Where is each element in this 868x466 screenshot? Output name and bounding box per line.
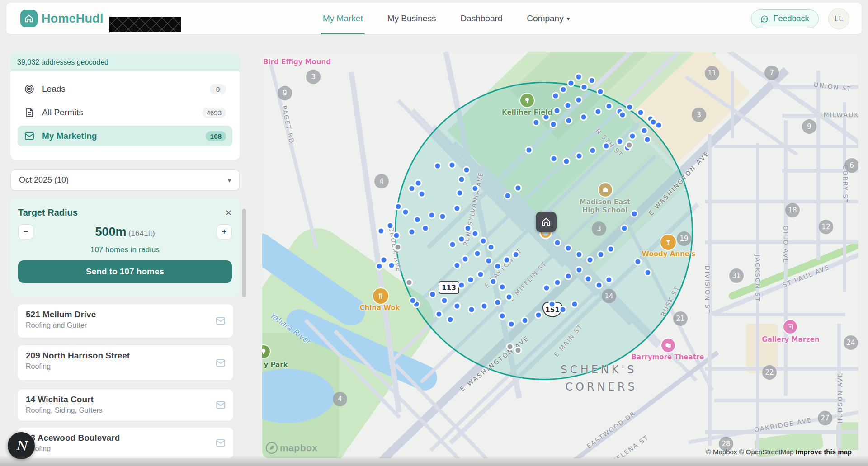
home-dot[interactable] — [597, 88, 604, 96]
sidebar-item-all-permits[interactable]: All Permits 4693 — [18, 102, 232, 123]
home-dot[interactable] — [472, 230, 479, 238]
feedback-button[interactable]: Feedback — [751, 9, 819, 28]
home-dot[interactable] — [408, 185, 416, 193]
home-dot[interactable] — [588, 77, 596, 85]
month-select[interactable]: Oct 2025 (10) ▾ — [10, 169, 240, 191]
nav-my-market[interactable]: My Market — [323, 3, 363, 34]
home-dot[interactable] — [499, 312, 506, 320]
home-dot[interactable] — [439, 213, 447, 221]
app-logo[interactable]: HomeHudl — [20, 10, 104, 27]
home-dot[interactable] — [503, 256, 511, 264]
home-dot[interactable] — [553, 107, 561, 115]
home-dot[interactable] — [402, 208, 410, 216]
home-dot[interactable] — [409, 297, 417, 305]
home-dot[interactable] — [585, 275, 592, 283]
map-canvas[interactable]: PAGET RDFORDEM AVEPENNSYLVANIA AVEN 5TH … — [262, 52, 858, 458]
home-dot[interactable] — [415, 179, 422, 187]
nav-dashboard[interactable]: Dashboard — [460, 3, 502, 34]
home-dot[interactable] — [565, 273, 572, 280]
home-dot[interactable] — [634, 258, 642, 266]
home-dot[interactable] — [554, 279, 561, 287]
permit-dot[interactable] — [626, 141, 633, 149]
home-dot[interactable] — [543, 284, 551, 292]
home-dot[interactable] — [458, 235, 466, 243]
home-dot[interactable] — [453, 302, 461, 310]
home-dot[interactable] — [619, 111, 627, 119]
home-dot[interactable] — [521, 317, 529, 325]
home-dot[interactable] — [481, 302, 488, 310]
home-dot[interactable] — [565, 117, 573, 125]
home-dot[interactable] — [376, 263, 383, 270]
home-dot[interactable] — [554, 239, 561, 247]
home-dot[interactable] — [499, 283, 506, 291]
home-dot[interactable] — [641, 127, 648, 135]
home-dot[interactable] — [458, 176, 466, 184]
home-dot[interactable] — [514, 184, 522, 192]
home-dot[interactable] — [388, 262, 396, 269]
home-dot[interactable] — [644, 269, 652, 277]
improve-this-map-link[interactable]: Improve this map — [796, 448, 852, 456]
mail-icon[interactable] — [215, 438, 226, 448]
home-dot[interactable] — [512, 251, 520, 259]
address-card[interactable]: 209 North Harrison Street Roofing — [17, 345, 234, 381]
home-dot[interactable] — [616, 138, 624, 146]
home-dot[interactable] — [550, 155, 558, 163]
home-dot[interactable] — [387, 222, 394, 230]
sidebar-item-leads[interactable]: Leads 0 — [18, 79, 232, 99]
home-dot[interactable] — [655, 122, 663, 129]
mail-icon[interactable] — [215, 315, 226, 326]
radius-increase-button[interactable]: + — [217, 224, 232, 240]
home-dot[interactable] — [550, 121, 557, 128]
home-dot[interactable] — [626, 104, 634, 111]
home-dot[interactable] — [449, 241, 457, 249]
home-dot[interactable] — [408, 228, 416, 236]
home-dot[interactable] — [595, 282, 603, 289]
home-dot[interactable] — [487, 244, 495, 251]
address-card[interactable]: 13 Acewood Boulevard Roofing — [17, 427, 234, 459]
home-dot[interactable] — [589, 147, 597, 155]
home-dot[interactable] — [494, 299, 502, 306]
home-dot[interactable] — [456, 189, 464, 197]
mapbox-logo[interactable]: mapbox — [266, 442, 318, 454]
home-dot[interactable] — [552, 92, 560, 100]
home-dot[interactable] — [597, 251, 605, 259]
home-dot[interactable] — [508, 320, 515, 328]
radius-center-marker[interactable] — [536, 212, 557, 232]
home-dot[interactable] — [603, 142, 610, 150]
home-dot[interactable] — [644, 136, 651, 144]
sidebar-item-my-marketing[interactable]: My Marketing 108 — [18, 126, 232, 146]
home-dot[interactable] — [560, 86, 567, 94]
home-dot[interactable] — [631, 210, 638, 218]
home-dot[interactable] — [548, 301, 556, 308]
home-dot[interactable] — [580, 113, 588, 121]
home-dot[interactable] — [464, 225, 472, 232]
nav-my-business[interactable]: My Business — [387, 3, 436, 34]
permit-dot[interactable] — [394, 244, 402, 251]
home-dot[interactable] — [462, 255, 469, 263]
permit-dot[interactable] — [406, 279, 413, 287]
home-dot[interactable] — [485, 257, 493, 265]
sidebar-scrollbar[interactable] — [242, 209, 246, 297]
home-dot[interactable] — [571, 301, 579, 308]
home-dot[interactable] — [448, 161, 456, 169]
mail-icon[interactable] — [215, 400, 226, 410]
home-dot[interactable] — [535, 311, 542, 319]
home-dot[interactable] — [575, 96, 583, 104]
home-dot[interactable] — [414, 216, 421, 224]
home-dot[interactable] — [458, 282, 466, 289]
home-dot[interactable] — [607, 245, 615, 253]
home-dot[interactable] — [504, 192, 512, 200]
home-dot[interactable] — [594, 108, 602, 116]
home-dot[interactable] — [468, 306, 476, 314]
permit-dot[interactable] — [514, 347, 522, 354]
home-dot[interactable] — [435, 311, 443, 318]
close-icon[interactable]: ✕ — [225, 209, 232, 217]
home-dot[interactable] — [429, 291, 437, 298]
home-dot[interactable] — [567, 80, 575, 87]
home-dot[interactable] — [477, 271, 485, 278]
home-dot[interactable] — [576, 266, 583, 274]
home-dot[interactable] — [525, 146, 533, 154]
home-dot[interactable] — [580, 84, 588, 91]
home-dot[interactable] — [533, 119, 540, 127]
home-dot[interactable] — [474, 250, 481, 258]
